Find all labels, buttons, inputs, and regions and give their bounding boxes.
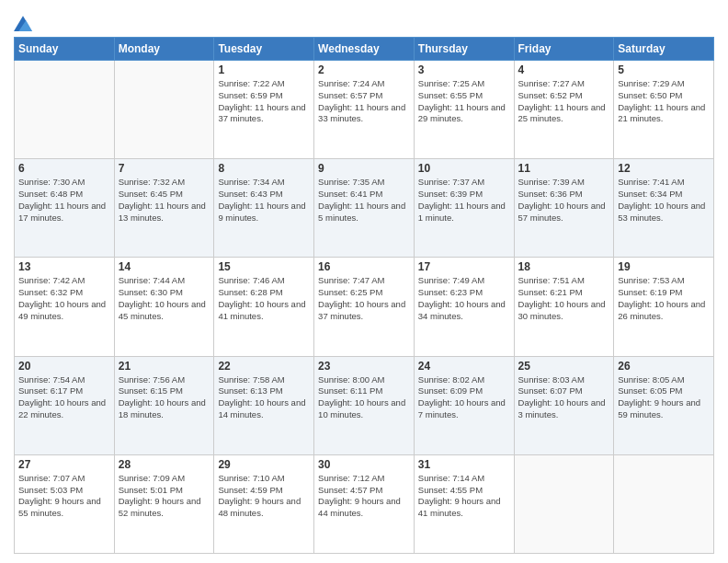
cell-info: Sunrise: 7:46 AMSunset: 6:28 PMDaylight:… xyxy=(218,275,310,322)
calendar-cell: 22Sunrise: 7:58 AMSunset: 6:13 PMDayligh… xyxy=(214,356,314,454)
day-number: 14 xyxy=(119,260,210,273)
calendar-cell: 18Sunrise: 7:51 AMSunset: 6:21 PMDayligh… xyxy=(514,258,614,356)
calendar-cell: 4Sunrise: 7:27 AMSunset: 6:52 PMDaylight… xyxy=(514,61,614,159)
calendar-header-row: SundayMondayTuesdayWednesdayThursdayFrid… xyxy=(15,38,714,61)
page: SundayMondayTuesdayWednesdayThursdayFrid… xyxy=(0,0,728,563)
cell-info: Sunrise: 7:44 AMSunset: 6:30 PMDaylight:… xyxy=(119,275,210,322)
day-number: 10 xyxy=(418,162,510,175)
cell-info: Sunrise: 7:51 AMSunset: 6:21 PMDaylight:… xyxy=(518,275,610,322)
calendar-cell: 31Sunrise: 7:14 AMSunset: 4:55 PMDayligh… xyxy=(414,454,514,553)
day-number: 23 xyxy=(318,360,410,373)
calendar-week-row-4: 20Sunrise: 7:54 AMSunset: 6:17 PMDayligh… xyxy=(15,356,714,454)
cell-info: Sunrise: 7:56 AMSunset: 6:15 PMDaylight:… xyxy=(119,374,210,421)
cell-info: Sunrise: 7:25 AMSunset: 6:55 PMDaylight:… xyxy=(418,78,510,125)
calendar-cell: 23Sunrise: 8:00 AMSunset: 6:11 PMDayligh… xyxy=(314,356,415,454)
calendar-cell: 2Sunrise: 7:24 AMSunset: 6:57 PMDaylight… xyxy=(314,61,415,159)
cell-info: Sunrise: 7:54 AMSunset: 6:17 PMDaylight:… xyxy=(18,374,110,421)
calendar-cell: 11Sunrise: 7:39 AMSunset: 6:36 PMDayligh… xyxy=(514,159,614,258)
cell-info: Sunrise: 7:29 AMSunset: 6:50 PMDaylight:… xyxy=(618,78,710,125)
calendar-cell: 6Sunrise: 7:30 AMSunset: 6:48 PMDaylight… xyxy=(15,159,115,258)
day-number: 19 xyxy=(618,260,710,273)
cell-info: Sunrise: 7:22 AMSunset: 6:59 PMDaylight:… xyxy=(218,78,310,125)
calendar-cell xyxy=(114,61,214,159)
calendar-header-wednesday: Wednesday xyxy=(314,38,415,61)
calendar-cell: 30Sunrise: 7:12 AMSunset: 4:57 PMDayligh… xyxy=(314,454,415,553)
cell-info: Sunrise: 7:07 AMSunset: 5:03 PMDaylight:… xyxy=(18,473,110,520)
cell-info: Sunrise: 7:58 AMSunset: 6:13 PMDaylight:… xyxy=(218,374,310,421)
logo-icon xyxy=(14,13,32,31)
cell-info: Sunrise: 7:27 AMSunset: 6:52 PMDaylight:… xyxy=(518,78,610,125)
day-number: 6 xyxy=(18,162,110,175)
calendar-header-sunday: Sunday xyxy=(15,38,115,61)
cell-info: Sunrise: 7:35 AMSunset: 6:41 PMDaylight:… xyxy=(318,177,410,224)
calendar-cell: 21Sunrise: 7:56 AMSunset: 6:15 PMDayligh… xyxy=(114,356,214,454)
calendar-header-saturday: Saturday xyxy=(614,38,714,61)
calendar-cell: 7Sunrise: 7:32 AMSunset: 6:45 PMDaylight… xyxy=(114,159,214,258)
calendar-cell xyxy=(514,454,614,553)
header xyxy=(14,9,714,31)
day-number: 31 xyxy=(418,458,510,471)
cell-info: Sunrise: 7:32 AMSunset: 6:45 PMDaylight:… xyxy=(119,177,210,224)
cell-info: Sunrise: 7:09 AMSunset: 5:01 PMDaylight:… xyxy=(119,473,210,520)
calendar-cell: 13Sunrise: 7:42 AMSunset: 6:32 PMDayligh… xyxy=(15,258,115,356)
calendar-week-row-1: 1Sunrise: 7:22 AMSunset: 6:59 PMDaylight… xyxy=(15,61,714,159)
logo xyxy=(14,13,36,31)
calendar-cell: 27Sunrise: 7:07 AMSunset: 5:03 PMDayligh… xyxy=(15,454,115,553)
calendar-cell: 9Sunrise: 7:35 AMSunset: 6:41 PMDaylight… xyxy=(314,159,415,258)
calendar-cell: 19Sunrise: 7:53 AMSunset: 6:19 PMDayligh… xyxy=(614,258,714,356)
cell-info: Sunrise: 7:30 AMSunset: 6:48 PMDaylight:… xyxy=(18,177,110,224)
cell-info: Sunrise: 7:10 AMSunset: 4:59 PMDaylight:… xyxy=(218,473,310,520)
calendar-cell: 28Sunrise: 7:09 AMSunset: 5:01 PMDayligh… xyxy=(114,454,214,553)
cell-info: Sunrise: 7:41 AMSunset: 6:34 PMDaylight:… xyxy=(618,177,710,224)
calendar-cell: 1Sunrise: 7:22 AMSunset: 6:59 PMDaylight… xyxy=(214,61,314,159)
day-number: 18 xyxy=(518,260,610,273)
day-number: 12 xyxy=(618,162,710,175)
calendar-cell: 15Sunrise: 7:46 AMSunset: 6:28 PMDayligh… xyxy=(214,258,314,356)
day-number: 1 xyxy=(218,63,310,76)
calendar-cell: 8Sunrise: 7:34 AMSunset: 6:43 PMDaylight… xyxy=(214,159,314,258)
day-number: 8 xyxy=(218,162,310,175)
calendar-cell: 26Sunrise: 8:05 AMSunset: 6:05 PMDayligh… xyxy=(614,356,714,454)
day-number: 27 xyxy=(18,458,110,471)
calendar-cell: 5Sunrise: 7:29 AMSunset: 6:50 PMDaylight… xyxy=(614,61,714,159)
day-number: 9 xyxy=(318,162,410,175)
calendar-header-friday: Friday xyxy=(514,38,614,61)
day-number: 16 xyxy=(318,260,410,273)
cell-info: Sunrise: 8:00 AMSunset: 6:11 PMDaylight:… xyxy=(318,374,410,421)
day-number: 15 xyxy=(218,260,310,273)
calendar-header-thursday: Thursday xyxy=(414,38,514,61)
calendar-cell: 25Sunrise: 8:03 AMSunset: 6:07 PMDayligh… xyxy=(514,356,614,454)
calendar-cell: 20Sunrise: 7:54 AMSunset: 6:17 PMDayligh… xyxy=(15,356,115,454)
cell-info: Sunrise: 7:34 AMSunset: 6:43 PMDaylight:… xyxy=(218,177,310,224)
day-number: 7 xyxy=(119,162,210,175)
day-number: 20 xyxy=(18,360,110,373)
cell-info: Sunrise: 7:24 AMSunset: 6:57 PMDaylight:… xyxy=(318,78,410,125)
cell-info: Sunrise: 7:47 AMSunset: 6:25 PMDaylight:… xyxy=(318,275,410,322)
day-number: 4 xyxy=(518,63,610,76)
day-number: 24 xyxy=(418,360,510,373)
day-number: 25 xyxy=(518,360,610,373)
calendar-cell: 24Sunrise: 8:02 AMSunset: 6:09 PMDayligh… xyxy=(414,356,514,454)
calendar-cell: 16Sunrise: 7:47 AMSunset: 6:25 PMDayligh… xyxy=(314,258,415,356)
cell-info: Sunrise: 7:53 AMSunset: 6:19 PMDaylight:… xyxy=(618,275,710,322)
calendar-header-monday: Monday xyxy=(114,38,214,61)
calendar-cell: 10Sunrise: 7:37 AMSunset: 6:39 PMDayligh… xyxy=(414,159,514,258)
cell-info: Sunrise: 8:05 AMSunset: 6:05 PMDaylight:… xyxy=(618,374,710,421)
calendar-table: SundayMondayTuesdayWednesdayThursdayFrid… xyxy=(14,37,714,554)
calendar-cell: 3Sunrise: 7:25 AMSunset: 6:55 PMDaylight… xyxy=(414,61,514,159)
calendar-cell: 14Sunrise: 7:44 AMSunset: 6:30 PMDayligh… xyxy=(114,258,214,356)
calendar-cell: 12Sunrise: 7:41 AMSunset: 6:34 PMDayligh… xyxy=(614,159,714,258)
day-number: 17 xyxy=(418,260,510,273)
calendar-header-tuesday: Tuesday xyxy=(214,38,314,61)
cell-info: Sunrise: 7:12 AMSunset: 4:57 PMDaylight:… xyxy=(318,473,410,520)
day-number: 2 xyxy=(318,63,410,76)
calendar-cell: 29Sunrise: 7:10 AMSunset: 4:59 PMDayligh… xyxy=(214,454,314,553)
calendar-week-row-3: 13Sunrise: 7:42 AMSunset: 6:32 PMDayligh… xyxy=(15,258,714,356)
day-number: 22 xyxy=(218,360,310,373)
day-number: 11 xyxy=(518,162,610,175)
cell-info: Sunrise: 7:39 AMSunset: 6:36 PMDaylight:… xyxy=(518,177,610,224)
calendar-cell xyxy=(614,454,714,553)
calendar-week-row-2: 6Sunrise: 7:30 AMSunset: 6:48 PMDaylight… xyxy=(15,159,714,258)
cell-info: Sunrise: 7:14 AMSunset: 4:55 PMDaylight:… xyxy=(418,473,510,520)
day-number: 3 xyxy=(418,63,510,76)
